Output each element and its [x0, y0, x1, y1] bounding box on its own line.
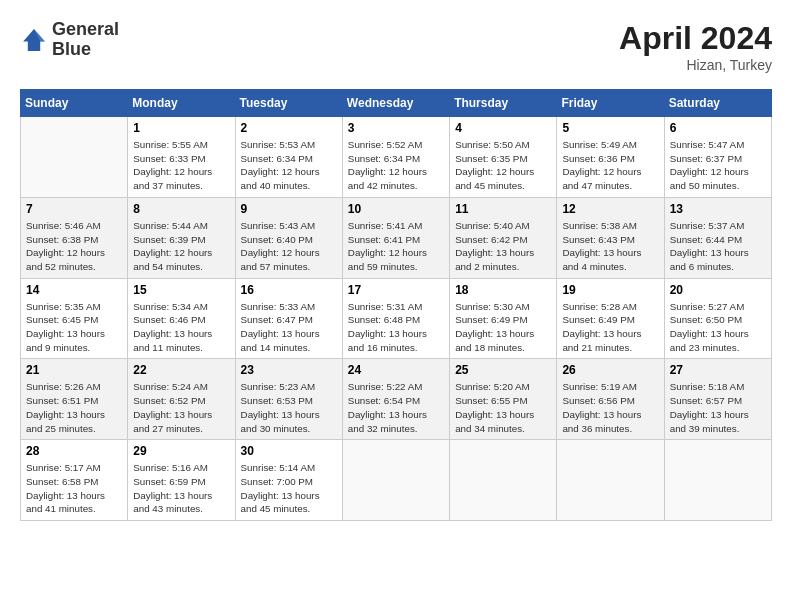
- day-number: 16: [241, 283, 337, 297]
- week-row-2: 7Sunrise: 5:46 AM Sunset: 6:38 PM Daylig…: [21, 197, 772, 278]
- day-number: 23: [241, 363, 337, 377]
- day-cell: 20Sunrise: 5:27 AM Sunset: 6:50 PM Dayli…: [664, 278, 771, 359]
- day-info: Sunrise: 5:50 AM Sunset: 6:35 PM Dayligh…: [455, 138, 551, 193]
- day-info: Sunrise: 5:52 AM Sunset: 6:34 PM Dayligh…: [348, 138, 444, 193]
- day-cell: 16Sunrise: 5:33 AM Sunset: 6:47 PM Dayli…: [235, 278, 342, 359]
- day-info: Sunrise: 5:53 AM Sunset: 6:34 PM Dayligh…: [241, 138, 337, 193]
- day-cell: 29Sunrise: 5:16 AM Sunset: 6:59 PM Dayli…: [128, 440, 235, 521]
- day-number: 21: [26, 363, 122, 377]
- day-cell: 28Sunrise: 5:17 AM Sunset: 6:58 PM Dayli…: [21, 440, 128, 521]
- day-info: Sunrise: 5:35 AM Sunset: 6:45 PM Dayligh…: [26, 300, 122, 355]
- day-number: 11: [455, 202, 551, 216]
- day-number: 1: [133, 121, 229, 135]
- day-info: Sunrise: 5:16 AM Sunset: 6:59 PM Dayligh…: [133, 461, 229, 516]
- day-number: 12: [562, 202, 658, 216]
- day-info: Sunrise: 5:34 AM Sunset: 6:46 PM Dayligh…: [133, 300, 229, 355]
- day-cell: [342, 440, 449, 521]
- day-number: 27: [670, 363, 766, 377]
- day-number: 9: [241, 202, 337, 216]
- day-cell: 25Sunrise: 5:20 AM Sunset: 6:55 PM Dayli…: [450, 359, 557, 440]
- day-number: 25: [455, 363, 551, 377]
- logo-line1: General: [52, 20, 119, 40]
- day-info: Sunrise: 5:46 AM Sunset: 6:38 PM Dayligh…: [26, 219, 122, 274]
- day-cell: 17Sunrise: 5:31 AM Sunset: 6:48 PM Dayli…: [342, 278, 449, 359]
- day-info: Sunrise: 5:41 AM Sunset: 6:41 PM Dayligh…: [348, 219, 444, 274]
- week-row-1: 1Sunrise: 5:55 AM Sunset: 6:33 PM Daylig…: [21, 117, 772, 198]
- day-number: 10: [348, 202, 444, 216]
- col-header-sunday: Sunday: [21, 90, 128, 117]
- day-cell: 11Sunrise: 5:40 AM Sunset: 6:42 PM Dayli…: [450, 197, 557, 278]
- day-number: 18: [455, 283, 551, 297]
- day-info: Sunrise: 5:22 AM Sunset: 6:54 PM Dayligh…: [348, 380, 444, 435]
- col-header-saturday: Saturday: [664, 90, 771, 117]
- col-header-friday: Friday: [557, 90, 664, 117]
- header-row: SundayMondayTuesdayWednesdayThursdayFrid…: [21, 90, 772, 117]
- day-info: Sunrise: 5:23 AM Sunset: 6:53 PM Dayligh…: [241, 380, 337, 435]
- day-number: 22: [133, 363, 229, 377]
- day-cell: 2Sunrise: 5:53 AM Sunset: 6:34 PM Daylig…: [235, 117, 342, 198]
- day-number: 30: [241, 444, 337, 458]
- day-info: Sunrise: 5:40 AM Sunset: 6:42 PM Dayligh…: [455, 219, 551, 274]
- day-number: 8: [133, 202, 229, 216]
- day-number: 14: [26, 283, 122, 297]
- calendar-table: SundayMondayTuesdayWednesdayThursdayFrid…: [20, 89, 772, 521]
- col-header-wednesday: Wednesday: [342, 90, 449, 117]
- day-cell: 23Sunrise: 5:23 AM Sunset: 6:53 PM Dayli…: [235, 359, 342, 440]
- day-cell: 22Sunrise: 5:24 AM Sunset: 6:52 PM Dayli…: [128, 359, 235, 440]
- day-info: Sunrise: 5:19 AM Sunset: 6:56 PM Dayligh…: [562, 380, 658, 435]
- day-number: 15: [133, 283, 229, 297]
- week-row-4: 21Sunrise: 5:26 AM Sunset: 6:51 PM Dayli…: [21, 359, 772, 440]
- day-info: Sunrise: 5:49 AM Sunset: 6:36 PM Dayligh…: [562, 138, 658, 193]
- day-number: 13: [670, 202, 766, 216]
- day-info: Sunrise: 5:55 AM Sunset: 6:33 PM Dayligh…: [133, 138, 229, 193]
- day-cell: 21Sunrise: 5:26 AM Sunset: 6:51 PM Dayli…: [21, 359, 128, 440]
- logo-icon: [20, 26, 48, 54]
- page-header: General Blue April 2024 Hizan, Turkey: [20, 20, 772, 73]
- logo-line2: Blue: [52, 40, 119, 60]
- day-info: Sunrise: 5:17 AM Sunset: 6:58 PM Dayligh…: [26, 461, 122, 516]
- day-info: Sunrise: 5:20 AM Sunset: 6:55 PM Dayligh…: [455, 380, 551, 435]
- day-cell: 4Sunrise: 5:50 AM Sunset: 6:35 PM Daylig…: [450, 117, 557, 198]
- day-cell: [557, 440, 664, 521]
- location: Hizan, Turkey: [619, 57, 772, 73]
- day-number: 2: [241, 121, 337, 135]
- col-header-tuesday: Tuesday: [235, 90, 342, 117]
- day-info: Sunrise: 5:44 AM Sunset: 6:39 PM Dayligh…: [133, 219, 229, 274]
- day-cell: 18Sunrise: 5:30 AM Sunset: 6:49 PM Dayli…: [450, 278, 557, 359]
- day-number: 19: [562, 283, 658, 297]
- day-info: Sunrise: 5:31 AM Sunset: 6:48 PM Dayligh…: [348, 300, 444, 355]
- day-info: Sunrise: 5:28 AM Sunset: 6:49 PM Dayligh…: [562, 300, 658, 355]
- day-cell: 5Sunrise: 5:49 AM Sunset: 6:36 PM Daylig…: [557, 117, 664, 198]
- day-cell: 10Sunrise: 5:41 AM Sunset: 6:41 PM Dayli…: [342, 197, 449, 278]
- day-cell: 13Sunrise: 5:37 AM Sunset: 6:44 PM Dayli…: [664, 197, 771, 278]
- day-number: 24: [348, 363, 444, 377]
- logo: General Blue: [20, 20, 119, 60]
- day-number: 5: [562, 121, 658, 135]
- day-number: 7: [26, 202, 122, 216]
- day-cell: 9Sunrise: 5:43 AM Sunset: 6:40 PM Daylig…: [235, 197, 342, 278]
- day-cell: 7Sunrise: 5:46 AM Sunset: 6:38 PM Daylig…: [21, 197, 128, 278]
- day-cell: [21, 117, 128, 198]
- day-cell: 24Sunrise: 5:22 AM Sunset: 6:54 PM Dayli…: [342, 359, 449, 440]
- day-cell: 14Sunrise: 5:35 AM Sunset: 6:45 PM Dayli…: [21, 278, 128, 359]
- title-block: April 2024 Hizan, Turkey: [619, 20, 772, 73]
- day-cell: [450, 440, 557, 521]
- calendar-body: 1Sunrise: 5:55 AM Sunset: 6:33 PM Daylig…: [21, 117, 772, 521]
- month-year: April 2024: [619, 20, 772, 57]
- day-info: Sunrise: 5:38 AM Sunset: 6:43 PM Dayligh…: [562, 219, 658, 274]
- day-number: 4: [455, 121, 551, 135]
- day-cell: 3Sunrise: 5:52 AM Sunset: 6:34 PM Daylig…: [342, 117, 449, 198]
- day-info: Sunrise: 5:18 AM Sunset: 6:57 PM Dayligh…: [670, 380, 766, 435]
- day-cell: [664, 440, 771, 521]
- day-number: 20: [670, 283, 766, 297]
- day-number: 6: [670, 121, 766, 135]
- day-cell: 15Sunrise: 5:34 AM Sunset: 6:46 PM Dayli…: [128, 278, 235, 359]
- day-info: Sunrise: 5:47 AM Sunset: 6:37 PM Dayligh…: [670, 138, 766, 193]
- day-info: Sunrise: 5:43 AM Sunset: 6:40 PM Dayligh…: [241, 219, 337, 274]
- day-cell: 6Sunrise: 5:47 AM Sunset: 6:37 PM Daylig…: [664, 117, 771, 198]
- col-header-thursday: Thursday: [450, 90, 557, 117]
- day-info: Sunrise: 5:37 AM Sunset: 6:44 PM Dayligh…: [670, 219, 766, 274]
- day-info: Sunrise: 5:30 AM Sunset: 6:49 PM Dayligh…: [455, 300, 551, 355]
- day-number: 26: [562, 363, 658, 377]
- calendar-header: SundayMondayTuesdayWednesdayThursdayFrid…: [21, 90, 772, 117]
